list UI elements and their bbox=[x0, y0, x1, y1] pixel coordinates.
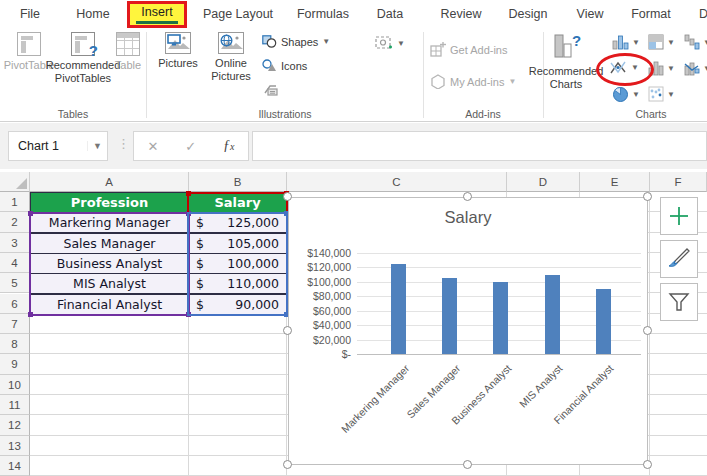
formula-bar: Chart 1 ▼ ⋮ ✕ ✓ ƒx bbox=[0, 123, 707, 169]
embedded-chart[interactable]: Salary $140,000 $120,000 $100,000 $80,00… bbox=[288, 197, 648, 465]
online-pictures-button[interactable]: OnlinePictures bbox=[208, 32, 254, 83]
insert-hierarchy-chart-button[interactable]: ▼ bbox=[648, 34, 675, 50]
chart-handle-br[interactable] bbox=[643, 460, 652, 469]
row-header-8[interactable]: 8 bbox=[0, 334, 30, 354]
row-header-1[interactable]: 1 bbox=[0, 192, 30, 212]
row-header-5[interactable]: 5 bbox=[0, 273, 30, 293]
row-header-6[interactable]: 6 bbox=[0, 294, 30, 314]
chart-bar[interactable] bbox=[545, 275, 560, 354]
tab-data[interactable]: Data bbox=[377, 0, 403, 28]
enter-icon[interactable]: ✓ bbox=[185, 139, 196, 154]
insert-statistic-chart-button[interactable]: ▼ bbox=[648, 60, 675, 76]
tab-insert[interactable]: Insert bbox=[141, 5, 172, 19]
insert-column-chart-button[interactable]: ▼ bbox=[612, 34, 640, 50]
col-header-e[interactable]: E bbox=[580, 172, 650, 192]
recommended-charts-button[interactable]: ? RecommendedCharts bbox=[524, 32, 608, 91]
tab-cut-off[interactable]: D bbox=[699, 0, 707, 28]
recommended-charts-icon: ? bbox=[551, 32, 581, 62]
chart-filters-button[interactable] bbox=[660, 283, 698, 321]
screenshot-button[interactable]: ▼ bbox=[375, 35, 405, 51]
screenshot-camera-icon bbox=[375, 35, 393, 51]
chart-x-axis-line bbox=[357, 354, 641, 355]
xlabel-1: Markering Manager bbox=[315, 362, 412, 459]
smartart-button[interactable] bbox=[262, 83, 278, 96]
chart-bar[interactable] bbox=[442, 278, 457, 354]
name-box-value: Chart 1 bbox=[9, 139, 87, 153]
chart-handle-tr[interactable] bbox=[643, 192, 652, 201]
col-header-d[interactable]: D bbox=[507, 172, 580, 192]
icons-icon bbox=[262, 59, 277, 72]
illustrations-group-label: Illustrations bbox=[190, 108, 380, 120]
row-header-11[interactable]: 11 bbox=[0, 395, 30, 415]
col-header-c[interactable]: C bbox=[287, 172, 507, 192]
insert-function-icon[interactable]: ƒx bbox=[223, 138, 234, 154]
formula-bar-grip[interactable]: ⋮ bbox=[117, 136, 130, 151]
insert-combo-chart-button[interactable]: ▼ bbox=[684, 60, 707, 76]
recommended-pivottables-icon: ? bbox=[71, 32, 95, 56]
select-all-button[interactable] bbox=[0, 172, 30, 192]
name-box[interactable]: Chart 1 ▼ bbox=[8, 131, 108, 161]
cancel-icon[interactable]: ✕ bbox=[147, 139, 158, 154]
row-header-2[interactable]: 2 bbox=[0, 212, 30, 232]
cell-a3[interactable]: Sales Manager bbox=[30, 233, 189, 254]
row-header-12[interactable]: 12 bbox=[0, 415, 30, 435]
cell-b3[interactable]: $105,000 bbox=[188, 233, 287, 254]
pictures-button[interactable]: Pictures bbox=[150, 32, 206, 70]
row-header-13[interactable]: 13 bbox=[0, 436, 30, 456]
tab-formulas[interactable]: Formulas bbox=[297, 0, 349, 28]
chart-handle-bm[interactable] bbox=[463, 460, 472, 469]
recommended-pivottables-button[interactable]: ? RecommendedPivotTables bbox=[55, 32, 111, 85]
chart-bar[interactable] bbox=[596, 289, 611, 354]
cell-a5[interactable]: MIS Analyst bbox=[30, 273, 189, 294]
shapes-button[interactable]: Shapes▼ bbox=[262, 35, 330, 48]
chart-title[interactable]: Salary bbox=[289, 208, 647, 227]
tab-insert-highlight[interactable]: Insert bbox=[127, 1, 187, 28]
cell-a4[interactable]: Business Analyst bbox=[30, 253, 189, 274]
chart-styles-button[interactable] bbox=[660, 240, 698, 278]
col-header-b[interactable]: B bbox=[189, 172, 287, 192]
tab-format[interactable]: Format bbox=[631, 0, 671, 28]
insert-waterfall-chart-button[interactable]: ▼ bbox=[684, 34, 707, 50]
row-header-4[interactable]: 4 bbox=[0, 253, 30, 273]
name-box-caret-icon[interactable]: ▼ bbox=[87, 141, 107, 151]
cell-a1-profession-header[interactable]: Profession bbox=[30, 192, 189, 213]
addins-group-label: Add-ins bbox=[423, 108, 543, 120]
chart-elements-button[interactable] bbox=[660, 197, 698, 235]
tab-view[interactable]: View bbox=[577, 0, 604, 28]
tab-page-layout[interactable]: Page Layout bbox=[203, 0, 273, 28]
tab-review[interactable]: Review bbox=[441, 0, 482, 28]
chart-handle-tm[interactable] bbox=[463, 192, 472, 201]
chart-handle-bl[interactable] bbox=[283, 460, 292, 469]
tab-design[interactable]: Design bbox=[509, 0, 548, 28]
cell-b1-salary-header[interactable]: Salary bbox=[188, 192, 287, 213]
cell-b4[interactable]: $100,000 bbox=[188, 253, 287, 274]
chart-bar[interactable] bbox=[493, 282, 508, 354]
get-addins-button[interactable]: Get Add-ins bbox=[430, 42, 507, 57]
cell-b6[interactable]: $90,000 bbox=[188, 294, 287, 316]
cell-b2[interactable]: $125,000 bbox=[188, 212, 287, 233]
cell-a6[interactable]: Financial Analyst bbox=[30, 294, 189, 316]
tab-file[interactable]: File bbox=[20, 0, 40, 28]
my-addins-button[interactable]: My Add-ins▼ bbox=[430, 74, 516, 89]
chart-handle-tl[interactable] bbox=[283, 192, 292, 201]
icons-button[interactable]: Icons bbox=[262, 59, 307, 72]
row-header-10[interactable]: 10 bbox=[0, 375, 30, 395]
row-header-14[interactable]: 14 bbox=[0, 456, 30, 476]
row-header-7[interactable]: 7 bbox=[0, 314, 30, 334]
table-button[interactable]: Table bbox=[112, 32, 144, 72]
scatter-chart-icon bbox=[648, 86, 664, 102]
tab-home[interactable]: Home bbox=[76, 0, 109, 28]
insert-scatter-chart-button[interactable]: ▼ bbox=[648, 86, 675, 102]
chart-bar[interactable] bbox=[391, 264, 406, 354]
insert-pie-chart-button[interactable]: ▼ bbox=[612, 86, 640, 103]
row-header-9[interactable]: 9 bbox=[0, 354, 30, 374]
cell-b5[interactable]: $110,000 bbox=[188, 273, 287, 294]
chart-handle-ml[interactable] bbox=[283, 326, 292, 335]
cell-a2[interactable]: Markering Manager bbox=[30, 212, 189, 233]
insert-line-chart-button[interactable]: ▼ bbox=[610, 60, 639, 75]
col-header-f[interactable]: F bbox=[650, 172, 707, 192]
row-header-3[interactable]: 3 bbox=[0, 233, 30, 253]
chart-handle-mr[interactable] bbox=[643, 326, 652, 335]
col-header-a[interactable]: A bbox=[30, 172, 189, 192]
formula-input[interactable] bbox=[252, 131, 707, 161]
